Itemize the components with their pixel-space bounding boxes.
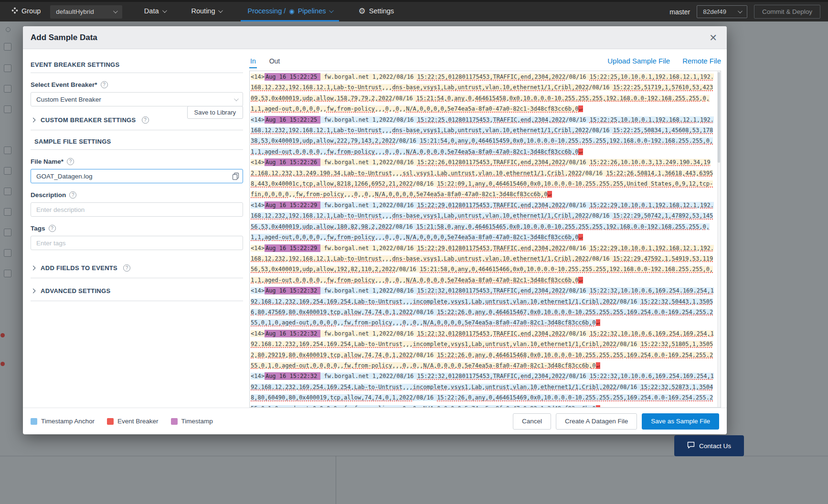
event-breaker-marker: ↵ <box>596 319 600 326</box>
legend-item: Event Breaker <box>107 418 159 425</box>
help-icon[interactable] <box>69 191 76 199</box>
description-label: Description <box>31 191 243 199</box>
legend-swatch <box>31 418 37 425</box>
description-input[interactable] <box>31 202 243 217</box>
preview-column: In Out Upload Sample File Remote File <1… <box>249 57 721 408</box>
event-breaker-select[interactable]: Custom Event Breaker <box>31 92 243 106</box>
group-menu[interactable]: Group <box>0 2 47 21</box>
gear-icon: ⚙ <box>358 7 365 15</box>
timestamp-highlight: Aug 16 15:22:29 <box>265 244 320 252</box>
file-name-label: File Name* <box>31 158 243 165</box>
pipelines-icon: ◉ <box>289 8 294 14</box>
copy-icon[interactable] <box>232 172 239 182</box>
description-field-wrap <box>31 202 243 217</box>
group-label: Group <box>21 7 41 15</box>
timestamp-highlight: Aug 16 15:22:32 <box>265 330 320 337</box>
log-event: <14>Aug 16 15:22:25 fw.borgal.net 1,2022… <box>251 115 714 158</box>
cancel-button[interactable]: Cancel <box>513 413 551 430</box>
syslog-priority-tag: <14> <box>251 202 265 209</box>
add-sample-data-modal: Add Sample Data ✕ EVENT BREAKER SETTINGS… <box>23 26 727 434</box>
log-event: <14>Aug 16 15:22:32 fw.borgal.net 1,2022… <box>251 285 714 328</box>
chevron-down-icon <box>234 96 239 101</box>
log-event: <14>Aug 16 15:22:25 fw.borgal.net 1,2022… <box>251 72 714 115</box>
timestamp-highlight: Aug 16 15:22:32 <box>265 287 320 294</box>
select-event-breaker-label: Select Event Breaker* <box>31 81 243 88</box>
create-datagen-file-button[interactable]: Create A Datagen File <box>556 413 637 430</box>
top-nav: Group defaultHybrid Data Routing Process… <box>0 0 828 21</box>
syslog-priority-tag: <14> <box>251 373 265 379</box>
log-event: <14>Aug 16 15:22:32 fw.borgal.net 1,2022… <box>251 328 714 371</box>
chevron-down-icon <box>218 8 223 13</box>
help-icon[interactable] <box>49 225 56 232</box>
chevron-right-icon <box>31 289 36 294</box>
chevron-right-icon <box>31 118 36 123</box>
timestamp-highlight: Aug 16 15:22:29 <box>265 201 320 209</box>
section-sample-file-settings: SAMPLE FILE SETTINGS <box>31 138 243 150</box>
file-name-field-wrap <box>31 169 243 183</box>
legend-item: Timestamp Anchor <box>31 418 95 425</box>
nav-data[interactable]: Data <box>138 2 172 21</box>
nav-settings[interactable]: ⚙ Settings <box>351 2 401 21</box>
chevron-down-icon <box>738 9 743 13</box>
syslog-priority-tag: <14> <box>251 245 265 252</box>
settings-column: EVENT BREAKER SETTINGS Select Event Brea… <box>31 61 243 301</box>
event-breaker-marker: ↵ <box>547 191 552 198</box>
tab-out[interactable]: Out <box>268 57 281 67</box>
log-events: <14>Aug 16 15:22:25 fw.borgal.net 1,2022… <box>251 72 714 408</box>
modal-footer: Timestamp AnchorEvent BreakerTimestamp C… <box>23 408 727 434</box>
custom-breaker-settings-toggle[interactable]: CUSTOM BREAKER SETTINGS Save to Library <box>31 114 243 130</box>
syslog-priority-tag: <14> <box>251 74 265 80</box>
chat-icon <box>687 441 695 450</box>
syslog-priority-tag: <14> <box>251 116 265 123</box>
help-icon[interactable] <box>67 158 74 165</box>
syslog-priority-tag: <14> <box>251 159 265 166</box>
chevron-right-icon <box>31 266 36 271</box>
advanced-settings-toggle[interactable]: ADVANCED SETTINGS <box>31 284 243 301</box>
event-breaker-marker: ↵ <box>578 277 583 284</box>
log-event: <14>Aug 16 15:22:29 fw.borgal.net 1,2022… <box>251 243 714 286</box>
help-icon[interactable] <box>142 116 149 124</box>
syslog-priority-tag: <14> <box>251 330 265 337</box>
chevron-down-icon <box>113 9 118 13</box>
highlight-legend: Timestamp AnchorEvent BreakerTimestamp <box>31 418 213 425</box>
tags-field-wrap <box>31 236 243 250</box>
close-icon[interactable]: ✕ <box>709 33 717 42</box>
chevron-down-icon <box>162 8 167 13</box>
branch-name: master <box>669 8 690 16</box>
group-selector[interactable]: defaultHybrid <box>50 5 122 19</box>
modal-title: Add Sample Data <box>31 33 97 42</box>
chevron-down-icon <box>329 8 334 13</box>
event-breaker-marker: ↵ <box>596 362 600 369</box>
timestamp-highlight: Aug 16 15:22:32 <box>265 372 320 380</box>
commit-hash-selector[interactable]: 82def49 <box>697 5 747 18</box>
tags-input[interactable] <box>31 236 243 250</box>
legend-swatch <box>171 418 178 425</box>
help-icon[interactable] <box>101 81 108 88</box>
commit-deploy-button[interactable]: Commit & Deploy <box>754 5 820 19</box>
section-event-breaker-settings: EVENT BREAKER SETTINGS <box>31 61 243 73</box>
event-breaker-marker: ↵ <box>578 148 583 155</box>
file-name-input[interactable] <box>31 169 243 183</box>
event-breaker-marker: ↵ <box>578 234 583 241</box>
help-icon[interactable] <box>123 264 130 272</box>
timestamp-highlight: Aug 16 15:22:25 <box>265 73 320 81</box>
tab-in[interactable]: In <box>249 57 257 68</box>
save-to-library-button[interactable]: Save to Library <box>187 106 243 119</box>
log-scrollbar[interactable] <box>717 71 721 407</box>
tags-label: Tags <box>31 225 243 232</box>
contact-us-button[interactable]: Contact Us <box>674 435 744 456</box>
nav-processing-pipelines[interactable]: Processing / ◉ Pipelines <box>241 2 339 21</box>
log-event: <14>Aug 16 15:22:26 fw.borgal.net 1,2022… <box>251 157 714 200</box>
log-scrollbar-thumb[interactable] <box>718 72 720 163</box>
remote-file-link[interactable]: Remote File <box>682 57 721 65</box>
legend-swatch <box>107 418 114 425</box>
log-event: <14>Aug 16 15:22:29 fw.borgal.net 1,2022… <box>251 200 714 243</box>
nav-routing[interactable]: Routing <box>185 2 229 21</box>
group-icon <box>11 7 18 15</box>
add-fields-to-events-toggle[interactable]: ADD FIELDS TO EVENTS <box>31 262 243 278</box>
legend-item: Timestamp <box>171 418 213 425</box>
save-as-sample-file-button[interactable]: Save as Sample File <box>642 413 719 430</box>
upload-sample-file-link[interactable]: Upload Sample File <box>607 57 670 65</box>
preview-tabs: In Out Upload Sample File Remote File <box>249 57 721 71</box>
sample-preview-panel: <14>Aug 16 15:22:25 fw.borgal.net 1,2022… <box>249 71 721 408</box>
